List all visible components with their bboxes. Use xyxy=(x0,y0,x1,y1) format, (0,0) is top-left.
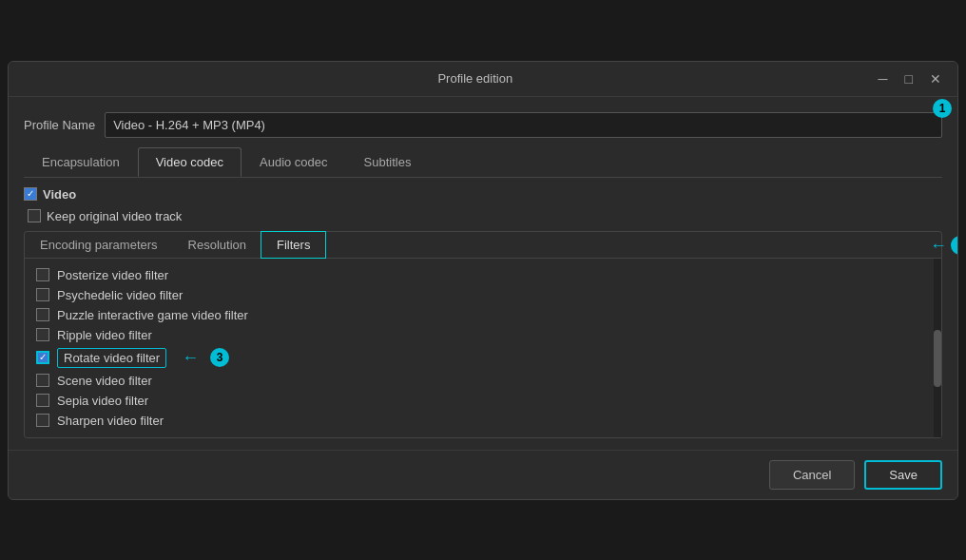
close-button[interactable]: ✕ xyxy=(925,69,946,88)
video-checkbox-row: Video xyxy=(24,187,942,202)
filter-posterize-label: Posterize video filter xyxy=(57,268,168,282)
filter-list-container: Posterize video filter Psychedelic video… xyxy=(25,259,941,437)
keep-original-checkbox[interactable] xyxy=(28,209,41,222)
filter-list: Posterize video filter Psychedelic video… xyxy=(25,259,941,437)
filter-rotate: Rotate video filter ← 3 xyxy=(36,348,930,368)
arrow-2-icon: ← xyxy=(930,236,947,256)
filter-scene-checkbox[interactable] xyxy=(36,374,49,387)
annotation-badge-2: 2 xyxy=(951,236,958,255)
filter-puzzle: Puzzle interactive game video filter xyxy=(36,308,930,322)
filter-sharpen-checkbox[interactable] xyxy=(36,414,49,427)
filter-ripple: Ripple video filter xyxy=(36,328,930,342)
filter-posterize-checkbox[interactable] xyxy=(36,268,49,281)
filter-scene-label: Scene video filter xyxy=(57,374,152,388)
annotation-badge-1: 1 xyxy=(933,99,952,118)
filter-ripple-checkbox[interactable] xyxy=(36,328,49,341)
window-title: Profile edition xyxy=(77,71,874,86)
sub-tabs: Encoding parameters Resolution Filters xyxy=(25,232,941,259)
scrollbar-track[interactable] xyxy=(934,259,941,437)
sub-tab-filters-container: Filters xyxy=(261,232,325,258)
video-checkbox[interactable] xyxy=(24,187,37,201)
video-label: Video xyxy=(43,187,76,202)
titlebar: Profile edition ─ □ ✕ xyxy=(9,62,957,97)
filter-sharpen: Sharpen video filter xyxy=(36,414,930,428)
arrow-3-icon: ← xyxy=(182,348,199,368)
filter-sharpen-label: Sharpen video filter xyxy=(57,414,164,428)
filter-psychedelic: Psychedelic video filter xyxy=(36,288,930,302)
filter-rotate-label: Rotate video filter xyxy=(57,348,166,368)
restore-button[interactable]: □ xyxy=(900,69,918,88)
profile-name-label: Profile Name xyxy=(24,118,95,132)
main-content: Profile Name 1 Encapsulation Video codec… xyxy=(9,97,957,450)
filter-sepia-label: Sepia video filter xyxy=(57,394,148,408)
filter-puzzle-label: Puzzle interactive game video filter xyxy=(57,308,248,322)
titlebar-controls: ─ □ ✕ xyxy=(874,69,946,88)
filter-scene: Scene video filter xyxy=(36,374,930,388)
filter-psychedelic-label: Psychedelic video filter xyxy=(57,288,183,302)
filter-ripple-label: Ripple video filter xyxy=(57,328,152,342)
tab-subtitles[interactable]: Subtitles xyxy=(346,147,430,177)
annotation-badge-3: 3 xyxy=(210,348,229,367)
filter-sepia-checkbox[interactable] xyxy=(36,394,49,407)
sub-tab-resolution[interactable]: Resolution xyxy=(173,232,261,258)
filter-posterize: Posterize video filter xyxy=(36,268,930,282)
tab-video-codec[interactable]: Video codec xyxy=(138,147,242,177)
minimize-button[interactable]: ─ xyxy=(874,69,893,88)
tab-encapsulation[interactable]: Encapsulation xyxy=(24,147,138,177)
save-button[interactable]: Save xyxy=(864,460,942,490)
main-tabs: Encapsulation Video codec Audio codec Su… xyxy=(24,147,942,178)
sub-tab-encoding[interactable]: Encoding parameters xyxy=(25,232,173,258)
video-section: Video Keep original video track Encoding… xyxy=(24,187,942,438)
sub-tab-filters[interactable]: Filters xyxy=(261,231,326,259)
keep-original-row: Keep original video track xyxy=(24,209,942,223)
filter-sepia: Sepia video filter xyxy=(36,394,930,408)
filter-psychedelic-checkbox[interactable] xyxy=(36,288,49,301)
filter-puzzle-checkbox[interactable] xyxy=(36,308,49,321)
scrollbar-thumb[interactable] xyxy=(934,330,941,387)
sub-tabs-container: Encoding parameters Resolution Filters ←… xyxy=(25,232,941,259)
cancel-button[interactable]: Cancel xyxy=(769,460,855,490)
profile-name-input[interactable] xyxy=(105,112,942,138)
sub-panel: Encoding parameters Resolution Filters ←… xyxy=(24,231,942,438)
profile-edition-window: Profile edition ─ □ ✕ Profile Name 1 Enc… xyxy=(8,61,958,500)
footer: Cancel Save xyxy=(9,450,957,499)
keep-original-label: Keep original video track xyxy=(47,209,182,223)
annotation-2-group: ← 2 xyxy=(930,236,958,256)
profile-name-row: Profile Name 1 xyxy=(24,112,942,138)
filter-rotate-checkbox[interactable] xyxy=(36,351,49,364)
tab-audio-codec[interactable]: Audio codec xyxy=(242,147,346,177)
